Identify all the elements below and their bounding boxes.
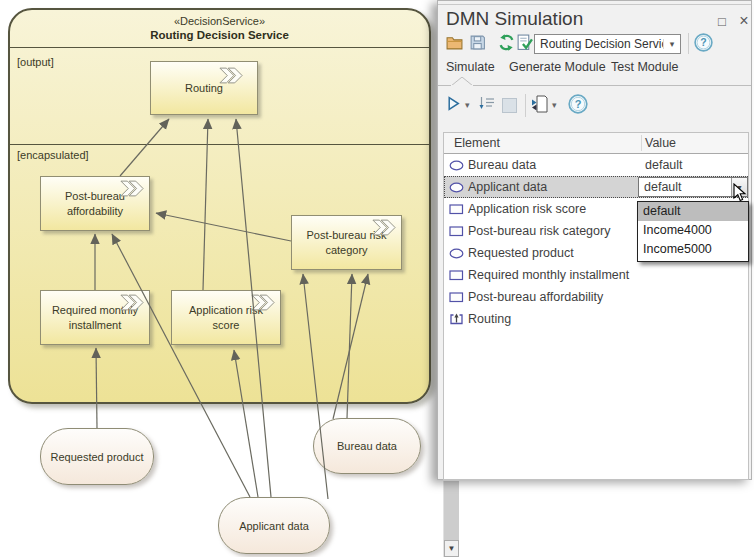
row-label: Requested product <box>468 246 574 260</box>
row-label: Post-bureau risk category <box>468 224 610 238</box>
column-header-element: Element <box>454 136 500 150</box>
table-row-routing[interactable]: Routing <box>444 308 748 330</box>
row-label: Routing <box>468 312 511 326</box>
dmn-simulation-panel: DMN Simulation □ × Routing Decision Serv… <box>437 0 752 480</box>
row-label: Applicant data <box>468 180 547 194</box>
step-icon[interactable] <box>478 96 496 112</box>
simulation-element-table: Element Value Bureau data default Applic… <box>443 132 749 480</box>
column-header-value: Value <box>645 136 676 150</box>
decision-chevron-icon <box>372 219 396 236</box>
float-window-button[interactable]: □ <box>713 12 731 30</box>
panel-top-edge <box>438 4 751 5</box>
svg-text:?: ? <box>700 36 706 48</box>
output-section-label: [output] <box>17 56 54 68</box>
input-data-node-bureau-data[interactable]: Bureau data <box>313 418 421 474</box>
decision-rect-icon <box>449 270 465 281</box>
table-row-required-monthly-installment[interactable]: Required monthly installment <box>444 264 748 286</box>
export-options-caret-icon[interactable]: ▾ <box>552 100 557 110</box>
decision-rect-icon <box>449 292 465 303</box>
mouse-cursor <box>733 183 747 203</box>
decision-node-post-bureau-risk-category[interactable]: Post-bureau risk category <box>291 215 402 270</box>
decision-node-required-monthly-installment[interactable]: Required monthly installment <box>40 290 150 345</box>
service-header-divider <box>8 47 431 48</box>
decision-chevron-icon <box>120 294 144 311</box>
save-icon[interactable] <box>469 34 486 51</box>
service-stereotype: «DecisionService» <box>10 15 429 27</box>
row-label: Required monthly installment <box>468 268 629 282</box>
output-decision-icon <box>449 313 465 325</box>
run-simulation-button[interactable] <box>446 96 461 111</box>
panel-title: DMN Simulation <box>446 8 583 30</box>
active-tab-notch <box>451 77 473 86</box>
service-section-divider <box>8 144 431 145</box>
node-label: Applicant data <box>239 520 309 532</box>
input-data-oval-icon <box>449 160 465 171</box>
node-label: Bureau data <box>337 440 397 452</box>
column-divider <box>641 135 642 151</box>
screenshot-root: «DecisionService» Routing Decision Servi… <box>0 0 754 557</box>
stop-button[interactable] <box>502 98 517 113</box>
encapsulated-section-label: [encapsulated] <box>17 149 89 161</box>
table-header: Element Value <box>444 133 748 154</box>
value-combobox[interactable]: default ▾ <box>638 177 748 197</box>
decision-node-post-bureau-affordability[interactable]: Post-bureau affordability <box>40 176 150 231</box>
node-label: Requested product <box>51 451 144 463</box>
close-window-button[interactable]: × <box>735 12 753 30</box>
input-data-node-requested-product[interactable]: Requested product <box>40 428 154 485</box>
tab-underline <box>438 85 751 86</box>
vertical-scrollbar[interactable]: ▼ <box>443 481 459 557</box>
tab-simulate[interactable]: Simulate <box>446 60 495 74</box>
row-label: Bureau data <box>468 158 536 172</box>
value-dropdown-list: default Income4000 Income5000 <box>637 201 749 262</box>
value-combobox-value: default <box>639 180 731 194</box>
service-name: Routing Decision Service <box>10 29 429 41</box>
tab-test-module[interactable]: Test Module <box>611 60 678 74</box>
decision-node-routing[interactable]: Routing <box>150 61 258 115</box>
row-value[interactable]: default <box>645 158 683 172</box>
scroll-down-button[interactable]: ▼ <box>444 540 459 557</box>
decision-node-application-risk-score[interactable]: Application risk score <box>171 290 281 345</box>
decision-service-combobox-value: Routing Decision Servic <box>535 37 663 51</box>
toolbar-separator <box>688 33 689 54</box>
row-label: Post-bureau affordability <box>468 290 603 304</box>
dropdown-option-default[interactable]: default <box>638 202 748 221</box>
toolbar-separator <box>525 94 526 117</box>
row-label: Application risk score <box>468 202 586 216</box>
table-row-bureau-data[interactable]: Bureau data default <box>444 154 748 176</box>
chevron-down-icon[interactable]: ▾ <box>663 39 680 49</box>
decision-chevron-icon <box>219 67 243 84</box>
decision-rect-icon <box>449 226 465 237</box>
open-folder-icon[interactable] <box>446 34 463 51</box>
node-label: Routing <box>185 81 223 95</box>
dropdown-option-income4000[interactable]: Income4000 <box>638 221 748 240</box>
input-data-oval-icon <box>449 182 465 193</box>
validate-icon[interactable] <box>516 34 533 51</box>
input-data-node-applicant-data[interactable]: Applicant data <box>218 497 330 554</box>
dropdown-option-income5000[interactable]: Income5000 <box>638 240 748 259</box>
refresh-icon[interactable] <box>498 34 515 51</box>
decision-chevron-icon <box>251 294 275 311</box>
decision-service-combobox[interactable]: Routing Decision Servic ▾ <box>534 34 681 54</box>
run-options-caret-icon[interactable]: ▾ <box>465 100 470 110</box>
svg-text:?: ? <box>575 98 582 110</box>
table-row-post-bureau-affordability[interactable]: Post-bureau affordability <box>444 286 748 308</box>
tab-generate-module[interactable]: Generate Module <box>509 60 606 74</box>
help-icon[interactable]: ? <box>568 94 588 114</box>
table-row-applicant-data[interactable]: Applicant data default ▾ <box>444 176 748 198</box>
input-data-oval-icon <box>449 248 465 259</box>
decision-chevron-icon <box>120 180 144 197</box>
export-module-icon[interactable] <box>531 95 549 113</box>
decision-rect-icon <box>449 204 465 215</box>
help-icon[interactable]: ? <box>694 33 713 52</box>
